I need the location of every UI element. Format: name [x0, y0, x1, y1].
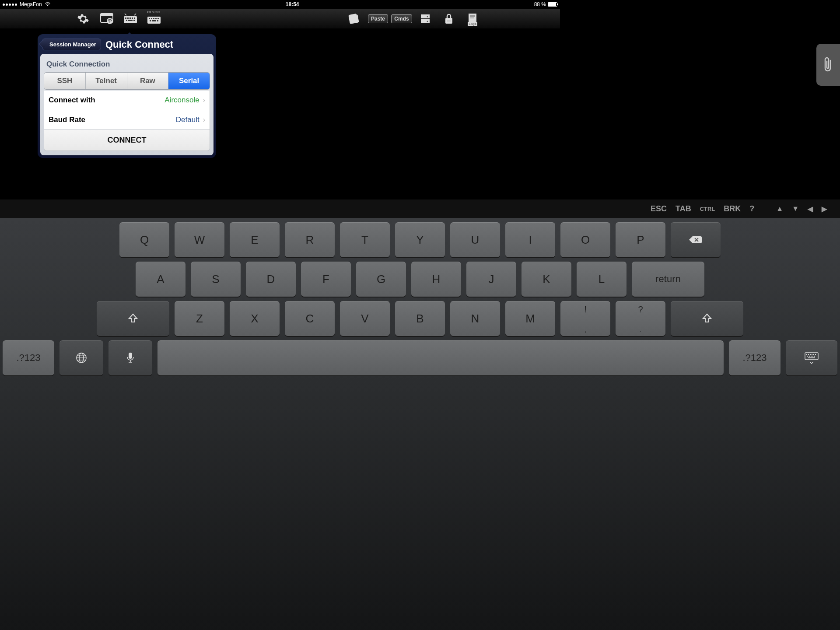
key-i[interactable]: I: [505, 222, 555, 257]
app-toolbar: CISCO Paste Cmds **** Logs: [0, 9, 560, 29]
chevron-right-icon: ›: [203, 96, 205, 104]
svg-rect-12: [128, 20, 133, 21]
sessions-button[interactable]: [97, 11, 116, 27]
svg-text:****: ****: [447, 20, 451, 23]
key-d[interactable]: D: [246, 262, 296, 297]
key-a[interactable]: A: [136, 262, 186, 297]
key-q[interactable]: Q: [119, 222, 169, 257]
svg-rect-18: [155, 18, 157, 19]
svg-rect-16: [151, 18, 152, 19]
lock-button[interactable]: ****: [439, 11, 458, 27]
globe-icon: [75, 352, 88, 364]
tab-ssh[interactable]: SSH: [44, 73, 86, 89]
key-t[interactable]: T: [340, 222, 390, 257]
svg-rect-23: [421, 14, 430, 18]
settings-button[interactable]: [74, 11, 93, 27]
keyboard-button[interactable]: [121, 11, 140, 27]
on-screen-keyboard: QWERTYUIOP ASDFGHJKLreturn ZXCVBNM!,?. .…: [0, 218, 560, 420]
svg-rect-6: [125, 18, 126, 19]
key-j[interactable]: J: [466, 262, 516, 297]
key-n[interactable]: N: [450, 301, 500, 336]
globe-key[interactable]: [60, 340, 103, 375]
svg-rect-7: [127, 18, 129, 19]
protocol-tabs: SSH Telnet Raw Serial: [44, 72, 210, 90]
row-value: Default: [176, 116, 200, 124]
tab-raw[interactable]: Raw: [127, 73, 169, 89]
key-u[interactable]: U: [450, 222, 500, 257]
row-label: Connect with: [49, 96, 164, 105]
chevron-right-icon: ›: [203, 116, 205, 124]
scripts-button[interactable]: [345, 11, 364, 27]
key-m[interactable]: M: [505, 301, 555, 336]
function-key-bar: ESC TAB CTRL BRK ? ▲ ▼ ◀ ▶: [0, 200, 560, 218]
space-key[interactable]: [158, 340, 560, 375]
microphone-icon: [126, 352, 135, 364]
archive-button[interactable]: [416, 11, 435, 27]
key-r[interactable]: R: [285, 222, 335, 257]
svg-rect-9: [132, 18, 133, 19]
svg-rect-19: [158, 18, 159, 19]
shift-icon: [127, 313, 139, 324]
key-v[interactable]: V: [340, 301, 390, 336]
quick-connect-popover: Session Manager Quick Connect Quick Conn…: [38, 34, 216, 158]
key-b[interactable]: B: [395, 301, 445, 336]
key-k[interactable]: K: [522, 262, 560, 297]
session-manager-back-button[interactable]: Session Manager: [42, 38, 101, 50]
row-value: Airconsole: [164, 96, 199, 105]
key-w[interactable]: W: [175, 222, 224, 257]
tab-telnet[interactable]: Telnet: [86, 73, 127, 89]
svg-rect-24: [421, 19, 430, 23]
signal-dots-icon: [3, 4, 17, 6]
baud-rate-row[interactable]: Baud Rate Default ›: [44, 110, 210, 130]
logs-button[interactable]: Logs: [463, 11, 482, 27]
svg-point-25: [427, 16, 428, 17]
svg-rect-20: [150, 20, 151, 21]
key-f[interactable]: F: [301, 262, 351, 297]
key-x[interactable]: X: [230, 301, 280, 336]
section-heading: Quick Connection: [44, 58, 210, 72]
status-bar: MegaFon 18:54 88 %: [0, 0, 560, 9]
svg-rect-21: [152, 20, 156, 21]
battery-percent: 88 %: [534, 1, 546, 7]
clock: 18:54: [51, 1, 534, 7]
svg-rect-10: [134, 18, 135, 19]
svg-rect-11: [126, 20, 127, 21]
popover-title: Quick Connect: [105, 39, 173, 50]
svg-rect-1: [101, 14, 113, 16]
svg-rect-13: [133, 20, 135, 21]
paste-button[interactable]: Paste: [368, 11, 388, 27]
key-y[interactable]: Y: [395, 222, 445, 257]
key-c[interactable]: C: [285, 301, 335, 336]
key-e[interactable]: E: [230, 222, 280, 257]
dictation-key[interactable]: [108, 340, 152, 375]
connect-button[interactable]: CONNECT: [44, 130, 210, 151]
key-s[interactable]: S: [191, 262, 241, 297]
connect-with-row[interactable]: Connect with Airconsole ›: [44, 91, 210, 110]
svg-rect-17: [153, 18, 154, 19]
svg-rect-15: [149, 18, 150, 19]
battery-icon: [548, 2, 557, 7]
row-label: Baud Rate: [49, 116, 176, 124]
tab-serial[interactable]: Serial: [168, 73, 210, 89]
commands-button[interactable]: Cmds: [392, 11, 411, 27]
key-h[interactable]: H: [411, 262, 461, 297]
carrier-label: MegaFon: [20, 1, 42, 7]
svg-rect-38: [129, 353, 132, 359]
shift-key-left[interactable]: [97, 301, 169, 336]
svg-rect-8: [130, 18, 131, 19]
wifi-icon: [45, 2, 51, 7]
svg-point-26: [427, 21, 428, 22]
numeric-key[interactable]: .?123: [3, 340, 54, 375]
key-g[interactable]: G: [356, 262, 406, 297]
cisco-keyboard-button[interactable]: CISCO: [144, 11, 164, 27]
key-z[interactable]: Z: [175, 301, 224, 336]
svg-rect-22: [157, 20, 158, 21]
